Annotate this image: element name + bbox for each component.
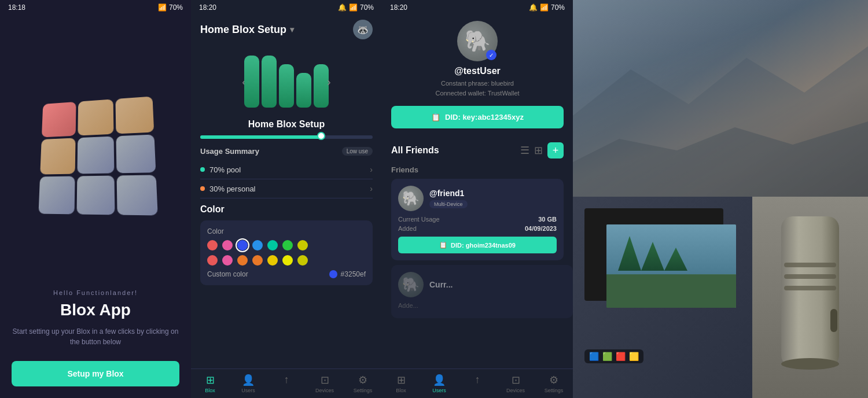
signal-icon: 📶 <box>158 3 167 12</box>
color-dot-orange[interactable] <box>237 255 248 266</box>
blox-nav-icon-3: ⊞ <box>397 374 406 386</box>
notification-icon-3: 🔔 <box>529 3 538 12</box>
settings-nav-label: Settings <box>354 388 373 393</box>
nav-devices-3[interactable]: ⊡ Devices <box>496 369 535 398</box>
status-bar-1: 18:18 📶 70% <box>0 0 191 15</box>
color-dot-yellow[interactable] <box>297 240 308 250</box>
nav-blox-2[interactable]: ⊞ Blox <box>191 369 229 398</box>
monitor-bezel <box>584 208 723 301</box>
taskbar-icon-3: 🟥 <box>616 352 626 361</box>
cliff-photo <box>573 0 868 197</box>
status-icons-3: 🔔 📶 70% <box>529 3 565 12</box>
device-name-label: Home Blox Setup <box>191 119 382 130</box>
pool-dot <box>200 167 205 172</box>
wallet-value: TrustWallet <box>488 90 520 97</box>
svg-rect-11 <box>784 286 836 290</box>
constant-phrase-value: bluebird <box>491 80 514 87</box>
friend-did-button-1[interactable]: 📋 DID: ghoim234tnas09 <box>398 237 557 253</box>
pool-text: 70% pool <box>209 165 241 174</box>
status-icons-1: 📶 70% <box>158 3 183 12</box>
svg-rect-10 <box>784 274 836 279</box>
nav-settings-3[interactable]: ⚙ Settings <box>535 369 573 398</box>
friend-stat-added: Added 04/09/2023 <box>398 225 557 232</box>
app-subtitle: Start setting up your Blox in a few clic… <box>12 326 179 347</box>
friend-info-1: @friend1 Multi-Device <box>429 189 557 208</box>
cube-cell <box>115 97 154 134</box>
friend-top-1: 🐘 @friend1 Multi-Device <box>398 186 557 211</box>
friends-subtitle: Friends <box>382 163 573 179</box>
profile-meta: Constant phrase: bluebird Connected wall… <box>435 79 519 98</box>
all-friends-title: All Friends <box>391 145 439 156</box>
did-button[interactable]: 📋 DID: key:abc12345xyz <box>391 106 564 128</box>
cube-cell <box>42 102 76 137</box>
blox-nav-label-3: Blox <box>396 388 406 393</box>
grid-view-button[interactable]: ⊞ <box>534 144 543 157</box>
nav-users-2[interactable]: 👤 Users <box>229 369 267 398</box>
constant-phrase-label: Constant phrase: <box>441 80 490 87</box>
friend-top-2: 🐘 Curr... <box>398 272 566 297</box>
svg-rect-4 <box>606 274 736 308</box>
nav-upload-2[interactable]: ↑ <box>267 369 306 398</box>
greeting-text: Hello Functionlander! <box>12 289 179 296</box>
add-friend-button[interactable]: + <box>547 142 564 159</box>
nav-users-3[interactable]: 👤 Users <box>420 369 458 398</box>
color-dot-yellow2[interactable] <box>282 255 293 266</box>
signal-icon-2: 📶 <box>349 3 358 12</box>
color-dot-red2[interactable] <box>207 255 218 266</box>
color-dot-olive[interactable] <box>297 255 308 266</box>
cliff-svg <box>573 0 868 197</box>
upload-nav-icon-3: ↑ <box>475 374 480 386</box>
bottom-device-area: 🟦 🟩 🟥 🟨 <box>573 197 868 398</box>
color-dot-blue[interactable] <box>237 240 248 250</box>
added-value: 04/09/2023 <box>525 225 557 232</box>
nav-upload-3[interactable]: ↑ <box>458 369 496 398</box>
blox-cube <box>38 97 157 216</box>
panel-1-welcome: 18:18 📶 70% Hello Functionlander! Blox A… <box>0 0 191 398</box>
usage-pool-item[interactable]: 70% pool › <box>200 160 373 179</box>
panel-4-photo: 🟦 🟩 🟥 🟨 <box>573 0 868 398</box>
time-3: 18:20 <box>390 3 407 12</box>
signal-icon-3: 📶 <box>540 3 549 12</box>
users-nav-icon-3: 👤 <box>433 374 446 386</box>
users-nav-label: Users <box>241 388 255 393</box>
usage-value: 30 GB <box>538 216 557 223</box>
added-label-2: Adde... <box>398 302 418 309</box>
settings-nav-icon-3: ⚙ <box>549 374 558 386</box>
color-dot-pink[interactable] <box>222 240 233 250</box>
carousel-next-button[interactable]: › <box>321 75 337 89</box>
friend-name-1: @friend1 <box>429 189 557 198</box>
color-dot-green[interactable] <box>282 240 293 250</box>
color-dot-pink2[interactable] <box>222 255 233 266</box>
welcome-text-area: Hello Functionlander! Blox App Start set… <box>0 289 191 398</box>
friend-stat-added-2: Adde... <box>398 302 566 309</box>
color-dot-lightblue[interactable] <box>252 240 263 250</box>
status-icons-2: 🔔 📶 70% <box>338 3 374 12</box>
color-dot-gold[interactable] <box>267 255 278 266</box>
cube-area <box>38 21 153 289</box>
color-dot-teal[interactable] <box>267 240 278 250</box>
nav-devices-2[interactable]: ⊡ Devices <box>306 369 344 398</box>
profile-section: 🐘 ✓ @testUser Constant phrase: bluebird … <box>382 15 573 138</box>
physical-blox-device <box>752 197 868 398</box>
settings-nav-label-3: Settings <box>545 388 564 393</box>
friend-did-icon: 📋 <box>439 241 447 249</box>
friend-avatar-1: 🐘 <box>398 186 424 211</box>
user-profile-avatar: 🐘 ✓ <box>457 21 498 61</box>
blox-nav-label: Blox <box>205 388 215 393</box>
nav-blox-3[interactable]: ⊞ Blox <box>382 369 420 398</box>
color-dot-orange2[interactable] <box>252 255 263 266</box>
usage-slider-thumb[interactable] <box>317 132 325 140</box>
color-dot-red[interactable] <box>207 240 218 250</box>
list-view-button[interactable]: ☰ <box>520 144 529 157</box>
wallet-label: Connected wallet: <box>435 90 486 97</box>
usage-personal-item[interactable]: 30% personal › <box>200 179 373 198</box>
setup-blox-button[interactable]: Setup my Blox <box>12 361 179 386</box>
time-2: 18:20 <box>199 3 216 12</box>
custom-color-row: Custom color #3250ef <box>207 270 366 278</box>
custom-color-swatch[interactable] <box>329 270 337 278</box>
svg-rect-12 <box>830 309 837 332</box>
nav-settings-2[interactable]: ⚙ Settings <box>344 369 382 398</box>
friend-badge-1: Multi-Device <box>429 200 468 208</box>
user-avatar[interactable]: 🦝 <box>353 20 373 39</box>
friend-stat-usage: Current Usage 30 GB <box>398 216 557 223</box>
